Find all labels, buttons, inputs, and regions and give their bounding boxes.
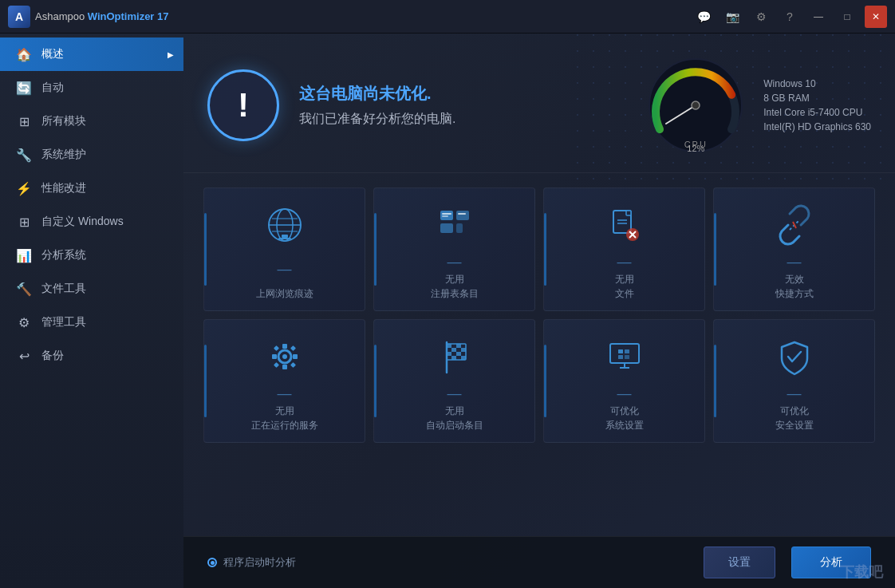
- cpu-gauge-container: CPU 12% Windows 10 8 GB RAM Intel Core i…: [644, 53, 871, 157]
- sidebar-label-performance: 性能改进: [41, 181, 86, 195]
- svg-rect-44: [451, 356, 456, 360]
- globe-icon: [262, 203, 307, 247]
- gear-service-icon: [262, 334, 307, 379]
- home-icon: 🏠: [16, 46, 32, 62]
- svg-rect-29: [282, 365, 287, 369]
- main-container: 🏠 概述 🔄 自动 ⊞ 所有模块 🔧 系统维护 ⚡ 性能改进 ⊞ 自定义 Win…: [0, 34, 895, 588]
- card-useless-services[interactable]: — 无用正在运行的服务: [203, 319, 365, 443]
- titlebar-right: 💬 📷 ⚙ ? — □ ✕: [692, 6, 887, 28]
- card-invalid-shortcuts[interactable]: — 无效快捷方式: [713, 187, 875, 311]
- sidebar-item-performance[interactable]: ⚡ 性能改进: [0, 172, 183, 205]
- card-useless-registry[interactable]: — 无用注册表条目: [373, 187, 535, 311]
- analyze-button[interactable]: 分析: [791, 547, 871, 578]
- card-value-security: —: [787, 386, 802, 401]
- gauge-percent: 12%: [687, 144, 704, 153]
- header-main-title: 这台电脑尚未优化.: [299, 83, 644, 105]
- shield-icon: [772, 334, 817, 379]
- card-label-security: 可优化安全设置: [775, 404, 814, 432]
- sidebar-item-backup[interactable]: ↩ 备份: [0, 339, 183, 373]
- grid-section: — 上网浏览痕迹 — 无用注: [183, 173, 895, 457]
- sys-os: Windows 10: [763, 78, 871, 89]
- svg-rect-42: [447, 352, 451, 356]
- sidebar-label-auto: 自动: [41, 81, 64, 95]
- header-text: 这台电脑尚未优化. 我们已准备好分析您的电脑.: [299, 83, 644, 128]
- svg-rect-33: [290, 345, 295, 351]
- titlebar: A Ashampoo WinOptimizer 17 💬 📷 ⚙ ? — □ ✕: [0, 0, 895, 34]
- header-section: ! 这台电脑尚未优化. 我们已准备好分析您的电脑.: [183, 34, 895, 173]
- card-value-system-settings: —: [617, 386, 632, 401]
- gauge-wrapper: CPU 12%: [644, 53, 747, 157]
- svg-rect-41: [461, 348, 466, 352]
- sidebar-item-maintenance[interactable]: 🔧 系统维护: [0, 138, 183, 172]
- wrench-icon: 🔧: [16, 147, 32, 163]
- warning-icon: !: [238, 89, 249, 122]
- sidebar-item-analyze[interactable]: 📊 分析系统: [0, 239, 183, 272]
- card-label-services: 无用正在运行的服务: [251, 404, 318, 432]
- card-value-shortcuts: —: [787, 255, 802, 269]
- warning-circle: !: [207, 69, 279, 141]
- card-label-shortcuts: 无效快捷方式: [775, 272, 814, 301]
- sidebar-item-all-modules[interactable]: ⊞ 所有模块: [0, 105, 183, 138]
- sidebar-item-overview[interactable]: 🏠 概述: [0, 37, 183, 71]
- svg-rect-40: [451, 348, 456, 352]
- app-title: Ashampoo WinOptimizer 17: [35, 10, 169, 22]
- radio-button[interactable]: [207, 558, 217, 567]
- sidebar-label-backup: 备份: [41, 349, 64, 363]
- card-value-registry: —: [448, 255, 462, 269]
- sidebar-label-analyze: 分析系统: [41, 248, 86, 262]
- sidebar-label-customize: 自定义 Windows: [41, 215, 124, 229]
- sidebar-item-customize-windows[interactable]: ⊞ 自定义 Windows: [0, 205, 183, 239]
- svg-rect-48: [625, 349, 629, 353]
- chat-icon[interactable]: 💬: [692, 6, 715, 28]
- card-optimize-system[interactable]: — 可优化系统设置: [543, 319, 705, 443]
- sidebar-item-auto[interactable]: 🔄 自动: [0, 71, 183, 105]
- card-label-registry: 无用注册表条目: [431, 272, 479, 301]
- svg-rect-50: [625, 355, 629, 359]
- svg-point-27: [282, 354, 287, 359]
- card-useless-files[interactable]: — 无用文件: [543, 187, 705, 311]
- sidebar-label-overview: 概述: [41, 47, 64, 61]
- flag-icon: [432, 334, 477, 379]
- auto-analyze-option[interactable]: 程序启动时分析: [207, 555, 296, 570]
- card-useless-autostart[interactable]: — 无用自动启动条目: [373, 319, 535, 443]
- card-optimize-security[interactable]: — 可优化安全设置: [713, 319, 875, 443]
- auto-icon: 🔄: [16, 80, 32, 96]
- card-value-services: —: [278, 386, 292, 401]
- sidebar-label-manage: 管理工具: [41, 315, 86, 330]
- settings-button[interactable]: 设置: [704, 547, 775, 578]
- settings-icon[interactable]: ⚙: [750, 6, 772, 28]
- svg-rect-14: [442, 213, 451, 215]
- sidebar-item-manage-tools[interactable]: ⚙ 管理工具: [0, 306, 183, 339]
- svg-rect-8: [282, 235, 288, 238]
- card-value-browser: —: [278, 262, 292, 276]
- registry-icon: [432, 203, 477, 247]
- sys-cpu: Intel Core i5-7400 CPU: [763, 107, 871, 118]
- svg-rect-45: [461, 356, 466, 360]
- maximize-button[interactable]: □: [836, 6, 858, 28]
- svg-rect-12: [440, 223, 453, 233]
- svg-rect-46: [610, 344, 639, 363]
- sys-gpu: Intel(R) HD Graphics 630: [763, 121, 871, 132]
- card-value-files: —: [617, 255, 632, 269]
- svg-rect-9: [278, 238, 291, 239]
- svg-rect-35: [290, 362, 295, 368]
- svg-rect-16: [458, 213, 466, 215]
- content-area: ! 这台电脑尚未优化. 我们已准备好分析您的电脑.: [183, 34, 895, 588]
- sidebar-item-file-tools[interactable]: 🔨 文件工具: [0, 272, 183, 306]
- help-icon[interactable]: ?: [779, 6, 801, 28]
- card-browser-traces[interactable]: — 上网浏览痕迹: [203, 187, 365, 311]
- close-button[interactable]: ✕: [865, 6, 887, 28]
- svg-rect-11: [456, 211, 469, 220]
- minimize-button[interactable]: —: [807, 6, 830, 28]
- speed-icon: ⚡: [16, 180, 32, 196]
- camera-icon[interactable]: 📷: [721, 6, 743, 28]
- svg-rect-15: [442, 215, 448, 217]
- backup-icon: ↩: [16, 348, 32, 364]
- radio-dot-inner: [211, 561, 215, 565]
- card-label-system-settings: 可优化系统设置: [605, 404, 644, 432]
- app-logo: A: [8, 6, 30, 28]
- sidebar-label-maintenance: 系统维护: [41, 148, 86, 162]
- file-delete-icon: [602, 203, 647, 247]
- manage-icon: ⚙: [16, 314, 32, 330]
- card-label-files: 无用文件: [615, 272, 634, 301]
